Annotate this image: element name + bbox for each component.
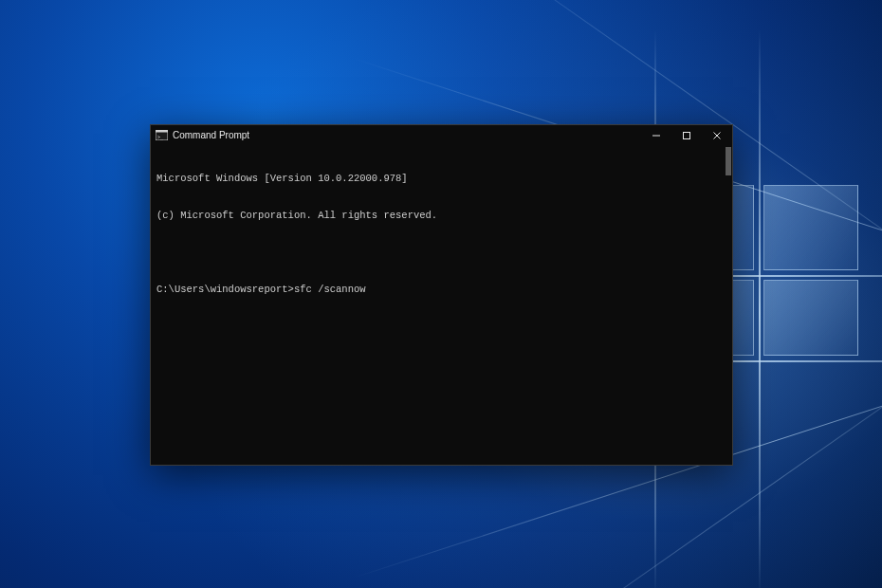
prompt-line: C:\Users\windowsreport>sfc /scannow xyxy=(156,284,726,296)
maximize-icon xyxy=(682,131,691,140)
svg-rect-1 xyxy=(156,130,168,133)
window-controls xyxy=(641,125,732,145)
windows-logo-pane xyxy=(763,280,858,356)
minimize-button[interactable] xyxy=(641,125,671,145)
scrollbar-thumb[interactable] xyxy=(726,147,731,175)
terminal-output[interactable]: Microsoft Windows [Version 10.0.22000.97… xyxy=(151,145,732,465)
version-line: Microsoft Windows [Version 10.0.22000.97… xyxy=(156,173,726,185)
light-beam xyxy=(759,28,761,588)
windows-logo-pane xyxy=(763,185,858,270)
command-prompt-window: >_ Command Prompt Micro xyxy=(150,124,733,466)
window-title: Command Prompt xyxy=(173,130,641,140)
prompt-path: C:\Users\windowsreport> xyxy=(156,284,294,295)
typed-command: sfc /scannow xyxy=(294,284,366,295)
cmd-icon: >_ xyxy=(155,129,168,142)
blank-line xyxy=(156,247,726,259)
svg-text:>_: >_ xyxy=(157,134,164,140)
svg-rect-4 xyxy=(684,132,690,138)
close-icon xyxy=(712,131,722,140)
copyright-line: (c) Microsoft Corporation. All rights re… xyxy=(156,210,726,222)
close-button[interactable] xyxy=(702,125,732,145)
maximize-button[interactable] xyxy=(671,125,702,145)
titlebar[interactable]: >_ Command Prompt xyxy=(151,125,732,145)
minimize-icon xyxy=(652,131,661,140)
